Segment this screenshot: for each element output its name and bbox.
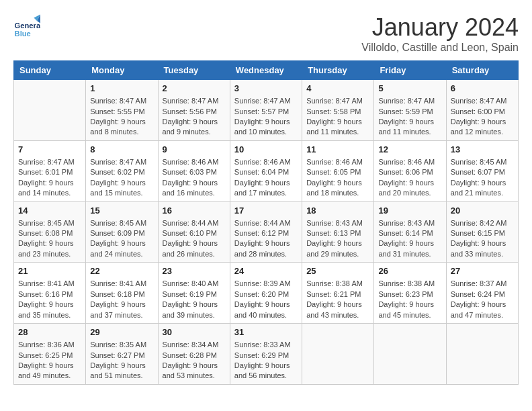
column-header-saturday: Saturday [446, 61, 518, 80]
daylight: Daylight: 9 hours and 35 minutes. [18, 300, 81, 320]
calendar-week-row: 1Sunrise: 8:47 AMSunset: 5:55 PMDaylight… [14, 80, 519, 141]
sunset: Sunset: 6:28 PM [163, 351, 226, 361]
sunset: Sunset: 6:12 PM [234, 228, 298, 238]
calendar-cell: 25Sunrise: 8:38 AMSunset: 6:21 PMDayligh… [302, 263, 374, 324]
sunset: Sunset: 5:59 PM [378, 107, 441, 117]
sunset: Sunset: 6:03 PM [163, 167, 226, 177]
day-number: 3 [234, 83, 298, 95]
daylight: Daylight: 9 hours and 12 minutes. [451, 117, 514, 138]
calendar-cell: 1Sunrise: 8:47 AMSunset: 5:55 PMDaylight… [86, 80, 158, 141]
sunrise: Sunrise: 8:46 AM [378, 157, 441, 167]
sunrise: Sunrise: 8:47 AM [306, 96, 369, 106]
sunrise: Sunrise: 8:47 AM [90, 96, 153, 106]
sunset: Sunset: 6:04 PM [234, 167, 298, 177]
daylight: Daylight: 9 hours and 31 minutes. [378, 238, 441, 259]
sunrise: Sunrise: 8:41 AM [90, 279, 153, 289]
logo: General Blue [13, 13, 40, 40]
day-number: 6 [451, 83, 514, 95]
daylight: Daylight: 9 hours and 56 minutes. [234, 361, 298, 381]
day-number: 30 [163, 326, 226, 338]
day-number: 13 [451, 144, 514, 156]
day-number: 26 [378, 265, 441, 277]
calendar-cell: 3Sunrise: 8:47 AMSunset: 5:57 PMDaylight… [230, 80, 302, 141]
column-header-wednesday: Wednesday [230, 61, 302, 80]
calendar-week-row: 21Sunrise: 8:41 AMSunset: 6:16 PMDayligh… [14, 263, 519, 324]
sunset: Sunset: 5:56 PM [163, 107, 226, 117]
daylight: Daylight: 9 hours and 37 minutes. [90, 300, 153, 320]
sunset: Sunset: 6:14 PM [378, 228, 441, 238]
sunset: Sunset: 6:08 PM [18, 228, 81, 238]
sunrise: Sunrise: 8:44 AM [163, 218, 226, 228]
calendar-cell: 15Sunrise: 8:45 AMSunset: 6:09 PMDayligh… [86, 201, 158, 263]
calendar-cell: 24Sunrise: 8:39 AMSunset: 6:20 PMDayligh… [230, 263, 302, 324]
daylight: Daylight: 9 hours and 16 minutes. [163, 178, 226, 199]
daylight: Daylight: 9 hours and 17 minutes. [234, 178, 298, 199]
sunrise: Sunrise: 8:40 AM [163, 279, 226, 289]
daylight: Daylight: 9 hours and 45 minutes. [378, 300, 441, 320]
sunset: Sunset: 6:18 PM [90, 289, 153, 300]
title-block: January 2024 Villoldo, Castille and Leon… [361, 13, 519, 54]
calendar-cell: 21Sunrise: 8:41 AMSunset: 6:16 PMDayligh… [14, 263, 86, 324]
svg-text:Blue: Blue [15, 30, 31, 38]
column-header-friday: Friday [374, 61, 446, 80]
sunset: Sunset: 6:06 PM [378, 167, 441, 177]
day-number: 27 [451, 265, 514, 277]
sunrise: Sunrise: 8:45 AM [18, 218, 81, 228]
sunset: Sunset: 6:15 PM [451, 228, 514, 238]
sunrise: Sunrise: 8:47 AM [451, 96, 514, 106]
calendar-header-row: SundayMondayTuesdayWednesdayThursdayFrid… [14, 61, 519, 80]
day-number: 4 [306, 83, 369, 95]
calendar-cell: 9Sunrise: 8:46 AMSunset: 6:03 PMDaylight… [158, 140, 230, 201]
daylight: Daylight: 9 hours and 11 minutes. [306, 117, 369, 138]
calendar-cell: 17Sunrise: 8:44 AMSunset: 6:12 PMDayligh… [230, 201, 302, 263]
calendar-cell: 19Sunrise: 8:43 AMSunset: 6:14 PMDayligh… [374, 201, 446, 263]
calendar-week-row: 7Sunrise: 8:47 AMSunset: 6:01 PMDaylight… [14, 140, 519, 201]
calendar-cell: 26Sunrise: 8:38 AMSunset: 6:23 PMDayligh… [374, 263, 446, 324]
daylight: Daylight: 9 hours and 49 minutes. [18, 361, 81, 381]
svg-text:General: General [15, 21, 40, 30]
sunrise: Sunrise: 8:47 AM [90, 157, 153, 167]
calendar-cell: 29Sunrise: 8:35 AMSunset: 6:27 PMDayligh… [86, 324, 158, 385]
day-number: 12 [378, 144, 441, 156]
calendar-week-row: 14Sunrise: 8:45 AMSunset: 6:08 PMDayligh… [14, 201, 519, 263]
day-number: 28 [18, 326, 81, 338]
sunset: Sunset: 5:58 PM [306, 107, 369, 117]
column-header-sunday: Sunday [14, 61, 86, 80]
day-number: 2 [163, 83, 226, 95]
sunset: Sunset: 6:13 PM [306, 228, 369, 238]
calendar-cell: 8Sunrise: 8:47 AMSunset: 6:02 PMDaylight… [86, 140, 158, 201]
sunrise: Sunrise: 8:38 AM [306, 279, 369, 289]
sunset: Sunset: 6:24 PM [451, 289, 514, 300]
calendar-cell [446, 324, 518, 385]
day-number: 5 [378, 83, 441, 95]
daylight: Daylight: 9 hours and 29 minutes. [306, 238, 369, 259]
day-number: 14 [18, 205, 81, 217]
sunset: Sunset: 6:01 PM [18, 167, 81, 177]
day-number: 11 [306, 144, 369, 156]
sunset: Sunset: 6:21 PM [306, 289, 369, 300]
sunset: Sunset: 6:07 PM [451, 167, 514, 177]
day-number: 22 [90, 265, 153, 277]
sunrise: Sunrise: 8:45 AM [451, 157, 514, 167]
sunrise: Sunrise: 8:46 AM [306, 157, 369, 167]
day-number: 29 [90, 326, 153, 338]
sunset: Sunset: 6:29 PM [234, 351, 298, 361]
day-number: 16 [163, 205, 226, 217]
daylight: Daylight: 9 hours and 20 minutes. [378, 178, 441, 199]
sunrise: Sunrise: 8:41 AM [18, 279, 81, 289]
calendar-cell: 28Sunrise: 8:36 AMSunset: 6:25 PMDayligh… [14, 324, 86, 385]
calendar-cell: 20Sunrise: 8:42 AMSunset: 6:15 PMDayligh… [446, 201, 518, 263]
daylight: Daylight: 9 hours and 26 minutes. [163, 238, 226, 259]
daylight: Daylight: 9 hours and 47 minutes. [451, 300, 514, 320]
day-number: 7 [18, 144, 81, 156]
sunset: Sunset: 6:27 PM [90, 351, 153, 361]
calendar-cell: 2Sunrise: 8:47 AMSunset: 5:56 PMDaylight… [158, 80, 230, 141]
day-number: 15 [90, 205, 153, 217]
day-number: 25 [306, 265, 369, 277]
calendar-cell: 27Sunrise: 8:37 AMSunset: 6:24 PMDayligh… [446, 263, 518, 324]
sunrise: Sunrise: 8:47 AM [18, 157, 81, 167]
sunset: Sunset: 6:25 PM [18, 351, 81, 361]
daylight: Daylight: 9 hours and 24 minutes. [90, 238, 153, 259]
sunrise: Sunrise: 8:34 AM [163, 340, 226, 350]
calendar-cell: 11Sunrise: 8:46 AMSunset: 6:05 PMDayligh… [302, 140, 374, 201]
